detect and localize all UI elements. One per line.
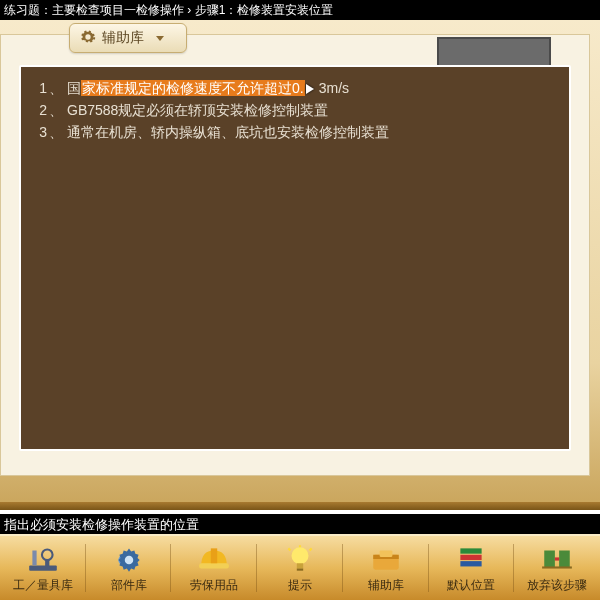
svg-rect-7: [297, 563, 303, 568]
tools-icon: [26, 544, 60, 574]
assist-icon: [369, 544, 403, 574]
svg-rect-12: [461, 561, 482, 566]
list-item-number: 3: [27, 121, 47, 143]
parts-icon: [112, 544, 146, 574]
list-item-separator: 、: [49, 99, 63, 121]
assist-panel: 1、国家标准规定的检修速度不允许超过0.3m/s2、GB7588规定必须在轿顶安…: [19, 65, 571, 451]
list-item-number: 2: [27, 99, 47, 121]
wall: 辅助库 1、国家标准规定的检修速度不允许超过0.3m/s2、GB7588规定必须…: [0, 34, 590, 476]
list-item[interactable]: 3、通常在机房、轿内操纵箱、底坑也安装检修控制装置: [27, 121, 563, 143]
list-item-number: 1: [27, 77, 47, 99]
svg-rect-8: [297, 569, 303, 571]
list-item-text: 国家标准规定的检修速度不允许超过0.3m/s: [67, 77, 563, 99]
svg-rect-0: [29, 565, 57, 570]
list-item[interactable]: 2、GB7588规定必须在轿顶安装检修控制装置: [27, 99, 563, 121]
hint-icon: [283, 544, 317, 574]
svg-rect-14: [461, 548, 482, 553]
toolbar-label: 辅助库: [368, 577, 404, 594]
svg-rect-15: [544, 551, 555, 568]
breadcrumb: 练习题：主要检查项目一检修操作 › 步骤1：检修装置安装位置: [0, 0, 600, 20]
toolbar-label: 劳保用品: [190, 577, 238, 594]
list-item-separator: 、: [49, 77, 63, 99]
tab-label: 辅助库: [102, 29, 144, 47]
chevron-down-icon: [156, 36, 164, 41]
svg-point-1: [42, 549, 53, 560]
assist-button[interactable]: 辅助库: [343, 536, 429, 600]
svg-rect-2: [45, 559, 49, 568]
toolbar-label: 放弃该步骤: [527, 577, 587, 594]
svg-point-3: [124, 556, 133, 565]
list-item-separator: 、: [49, 121, 63, 143]
toolbar-label: 部件库: [111, 577, 147, 594]
highlighted-text: 家标准规定的检修速度不允许超过0.: [81, 80, 305, 96]
gear-icon: [80, 29, 96, 48]
bottom-toolbar: 工／量具库部件库劳保用品提示辅助库默认位置放弃该步骤: [0, 534, 600, 600]
ppe-icon: [197, 544, 231, 574]
giveup-icon: [540, 544, 574, 574]
parts-button[interactable]: 部件库: [86, 536, 172, 600]
giveup-button[interactable]: 放弃该步骤: [514, 536, 600, 600]
toolbar-label: 默认位置: [447, 577, 495, 594]
hint-button[interactable]: 提示: [257, 536, 343, 600]
svg-rect-13: [461, 555, 482, 560]
svg-rect-11: [379, 551, 392, 557]
assist-library-tab[interactable]: 辅助库: [69, 23, 187, 53]
toolbar-label: 提示: [288, 577, 312, 594]
mouse-cursor-icon: [306, 81, 318, 97]
default-icon: [454, 544, 488, 574]
svg-rect-5: [211, 548, 217, 563]
svg-rect-4: [199, 563, 229, 568]
ppe-button[interactable]: 劳保用品: [171, 536, 257, 600]
default-button[interactable]: 默认位置: [429, 536, 515, 600]
svg-point-6: [292, 547, 309, 564]
svg-rect-16: [559, 551, 570, 568]
prompt-bar: 指出必须安装检修操作装置的位置: [0, 514, 600, 536]
list-item-text: 通常在机房、轿内操纵箱、底坑也安装检修控制装置: [67, 121, 563, 143]
toolbar-label: 工／量具库: [13, 577, 73, 594]
stage: 辅助库 1、国家标准规定的检修速度不允许超过0.3m/s2、GB7588规定必须…: [0, 20, 600, 510]
list-item-text: GB7588规定必须在轿顶安装检修控制装置: [67, 99, 563, 121]
tools-button[interactable]: 工／量具库: [0, 536, 86, 600]
assist-text-list: 1、国家标准规定的检修速度不允许超过0.3m/s2、GB7588规定必须在轿顶安…: [21, 67, 569, 153]
list-item[interactable]: 1、国家标准规定的检修速度不允许超过0.3m/s: [27, 77, 563, 99]
